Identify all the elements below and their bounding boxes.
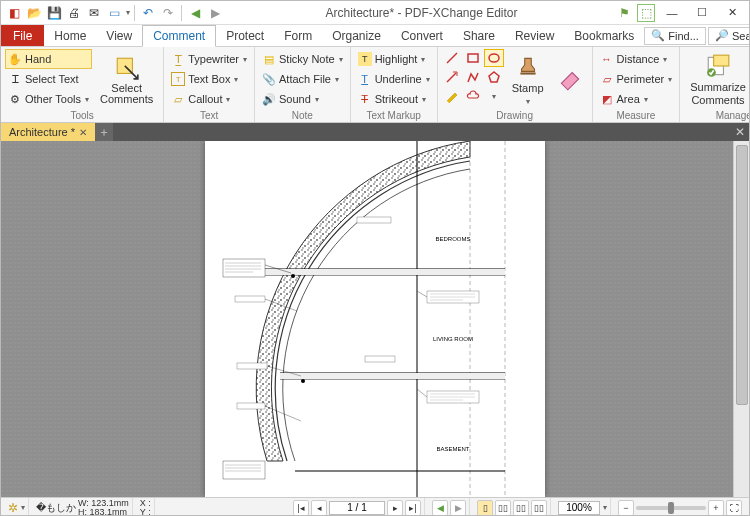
- zoom-out-button[interactable]: −: [618, 500, 634, 516]
- drawing-content: BEDROOMS LIVING ROOM BASEMENT: [205, 141, 545, 497]
- fit-page-button[interactable]: ⛶: [726, 500, 742, 516]
- nav-fwd-icon[interactable]: ▶: [206, 4, 224, 22]
- doc-tabs-close-all[interactable]: ✕: [731, 123, 749, 141]
- ribbon-group-tools: ✋Hand ᏆSelect Text ⚙Other Tools▾ Select …: [1, 47, 164, 122]
- layout-two-cont-button[interactable]: ▯▯: [531, 500, 547, 516]
- scan-icon[interactable]: ▭: [105, 4, 123, 22]
- nav-back-icon[interactable]: ◀: [186, 4, 204, 22]
- menu-bookmarks[interactable]: Bookmarks: [564, 25, 644, 46]
- doc-tab-add[interactable]: ＋: [95, 123, 113, 141]
- layout-cont-button[interactable]: ▯▯: [495, 500, 511, 516]
- first-page-button[interactable]: |◂: [293, 500, 309, 516]
- hand-tool[interactable]: ✋Hand: [5, 49, 92, 69]
- ribbon: ✋Hand ᏆSelect Text ⚙Other Tools▾ Select …: [1, 47, 749, 123]
- shape-polygon[interactable]: [484, 68, 504, 86]
- svg-line-52: [417, 389, 427, 397]
- select-text-tool[interactable]: ᏆSelect Text: [5, 69, 92, 89]
- shape-oval[interactable]: [484, 49, 504, 67]
- print-icon[interactable]: 🖨: [65, 4, 83, 22]
- shape-dropdown[interactable]: ▾: [484, 87, 504, 105]
- highlight-tool[interactable]: THighlight▾: [355, 49, 433, 69]
- shape-cloud[interactable]: [463, 87, 483, 105]
- shape-polyline[interactable]: [463, 68, 483, 86]
- zoom-input[interactable]: [558, 501, 600, 515]
- svg-text:BASEMENT: BASEMENT: [436, 446, 469, 452]
- sticky-icon: ▤: [262, 52, 276, 66]
- undo-icon[interactable]: ↶: [139, 4, 157, 22]
- distance-tool[interactable]: ↔Distance▾: [597, 49, 676, 69]
- last-page-button[interactable]: ▸|: [405, 500, 421, 516]
- doc-tab-label: Architecture *: [9, 126, 75, 138]
- menu-convert[interactable]: Convert: [391, 25, 453, 46]
- perimeter-tool[interactable]: ▱Perimeter▾: [597, 69, 676, 89]
- nav-back-button[interactable]: ◀: [432, 500, 448, 516]
- search-button[interactable]: 🔎Search...: [708, 27, 750, 45]
- menu-protect[interactable]: Protect: [216, 25, 274, 46]
- eraser-button[interactable]: [552, 49, 588, 109]
- svg-rect-55: [365, 356, 395, 362]
- quick-access-toolbar: ◧ 📂 💾 🖨 ✉ ▭ ▾ ↶ ↷ ◀ ▶: [1, 4, 228, 22]
- next-page-button[interactable]: ▸: [387, 500, 403, 516]
- open-icon[interactable]: 📂: [25, 4, 43, 22]
- ui-opts-icon[interactable]: ⚑: [615, 4, 633, 22]
- ribbon-group-manage: Summarize Comments ⤓Import ⤒Export ☰Show…: [680, 47, 750, 122]
- menu-share[interactable]: Share: [453, 25, 505, 46]
- menu-view[interactable]: View: [96, 25, 142, 46]
- gear-icon: ⚙: [8, 92, 22, 106]
- find-button[interactable]: 🔍Find...: [644, 27, 706, 45]
- zoom-in-button[interactable]: +: [708, 500, 724, 516]
- minimize-button[interactable]: —: [659, 3, 685, 23]
- close-button[interactable]: ✕: [719, 3, 745, 23]
- app-icon[interactable]: ◧: [5, 4, 23, 22]
- pdf-page[interactable]: BEDROOMS LIVING ROOM BASEMENT: [205, 141, 545, 497]
- menu-review[interactable]: Review: [505, 25, 564, 46]
- summarize-button[interactable]: Summarize Comments: [684, 49, 750, 109]
- menu-organize[interactable]: Organize: [322, 25, 391, 46]
- eraser-icon: [556, 65, 584, 93]
- document-area: BEDROOMS LIVING ROOM BASEMENT: [1, 141, 749, 497]
- shape-rect[interactable]: [463, 49, 483, 67]
- shape-pencil[interactable]: [442, 87, 462, 105]
- textbox-tool[interactable]: TText Box▾: [168, 69, 250, 89]
- doc-tab-close-icon[interactable]: ✕: [79, 127, 87, 138]
- shape-line[interactable]: [442, 49, 462, 67]
- menu-form[interactable]: Form: [274, 25, 322, 46]
- doc-tab-architecture[interactable]: Architecture * ✕: [1, 123, 95, 141]
- file-tab[interactable]: File: [1, 25, 44, 46]
- shape-arrow[interactable]: [442, 68, 462, 86]
- menu-comment[interactable]: Comment: [142, 25, 216, 47]
- underline-tool[interactable]: TUnderline▾: [355, 69, 433, 89]
- page-input[interactable]: [329, 501, 385, 515]
- callout-tool[interactable]: ▱Callout▾: [168, 89, 250, 109]
- ribbon-group-note: ▤Sticky Note▾ 📎Attach File▾ 🔊Sound▾ Note: [255, 47, 351, 122]
- sticky-note-tool[interactable]: ▤Sticky Note▾: [259, 49, 346, 69]
- area-tool[interactable]: ◩Area▾: [597, 89, 676, 109]
- layout-two-button[interactable]: ▯▯: [513, 500, 529, 516]
- attach-file-tool[interactable]: 📎Attach File▾: [259, 69, 346, 89]
- other-tools[interactable]: ⚙Other Tools▾: [5, 89, 92, 109]
- email-icon[interactable]: ✉: [85, 4, 103, 22]
- svg-rect-39: [237, 363, 267, 369]
- options-icon[interactable]: ✲: [8, 501, 18, 515]
- redo-icon[interactable]: ↷: [159, 4, 177, 22]
- zoom-slider[interactable]: [636, 506, 706, 510]
- sound-tool[interactable]: 🔊Sound▾: [259, 89, 346, 109]
- typewriter-tool[interactable]: T̲Typewriter▾: [168, 49, 250, 69]
- menu-home[interactable]: Home: [44, 25, 96, 46]
- svg-rect-8: [714, 55, 729, 66]
- layout-single-button[interactable]: ▯: [477, 500, 493, 516]
- save-icon[interactable]: 💾: [45, 4, 63, 22]
- nav-fwd-button[interactable]: ▶: [450, 500, 466, 516]
- select-comments-icon: [113, 54, 141, 82]
- strikeout-tool[interactable]: TStrikeout▾: [355, 89, 433, 109]
- dimensions-readout: W: 123.1mmH: 183.1mm: [78, 499, 129, 517]
- stamp-button[interactable]: Stamp ▾: [506, 49, 550, 109]
- prev-page-button[interactable]: ◂: [311, 500, 327, 516]
- maximize-button[interactable]: ☐: [689, 3, 715, 23]
- paperclip-icon: 📎: [262, 72, 276, 86]
- vertical-scrollbar[interactable]: [733, 141, 749, 497]
- scroll-thumb[interactable]: [736, 145, 748, 405]
- launch-icon[interactable]: ⬚: [637, 4, 655, 22]
- select-comments-button[interactable]: Select Comments: [94, 49, 159, 109]
- textbox-icon: T: [171, 72, 185, 86]
